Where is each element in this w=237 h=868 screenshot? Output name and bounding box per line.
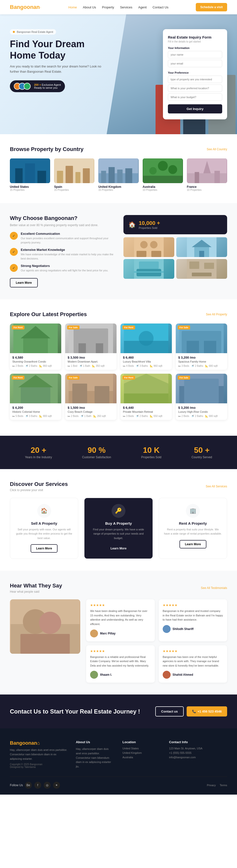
footer-grid: Bangoonan⌂ Hay, ullamcorper diam duis an… <box>10 740 227 769</box>
social-twitter[interactable]: ✶ <box>53 782 60 789</box>
see-all-properties[interactable]: See All Property <box>206 313 227 316</box>
nav-services[interactable]: Services <box>120 5 132 9</box>
property-card-2[interactable]: For Sale $ 3,500 /mo Modern Downtown Apa… <box>65 323 116 370</box>
property-card-4[interactable]: For Sale $ 3,200 /mo Spacious Family Hom… <box>176 323 227 370</box>
hero-agents-cta: 200 + Exclusive Agent Ready to serve you <box>10 80 65 92</box>
service-rent-title: Rent A Property <box>164 521 222 525</box>
hero-title: Find Your Dream Home Today <box>10 38 104 61</box>
budget-input[interactable] <box>168 93 222 101</box>
property-card-3[interactable]: For Rent $ 6,460 Luxury Beachfront Villa… <box>121 323 172 370</box>
phone-button[interactable]: 📞 +1 456 523 4546 <box>187 706 227 716</box>
nav-contact[interactable]: Contact Us <box>153 5 168 9</box>
property-card-5[interactable]: For Rent $ 4,200 Historic Colonial Home … <box>10 374 61 420</box>
type-input[interactable] <box>168 75 222 83</box>
property-price-3: $ 6,460 <box>123 355 169 359</box>
counter-label-satisfaction: Customer Satisfaction <box>82 456 111 459</box>
testimonials-title: Hear What They Say <box>10 583 62 589</box>
property-card-6[interactable]: For Sale $ 1,500 /mo Cozy Beach Cottage … <box>65 374 116 420</box>
logo[interactable]: Bangoonan ⌂ <box>10 4 41 10</box>
footer-about: About Us Hay, ullamcorper diam duis anet… <box>76 740 114 769</box>
footer-copyright: Copyright © 2025 Bangoonan <box>10 763 68 766</box>
nav-agent[interactable]: Agent <box>138 5 147 9</box>
property-card-1[interactable]: For Rent $ 4,580 Stunning Oceanfront Con… <box>10 323 61 370</box>
footer-contact-title: Contact Info <box>169 740 227 744</box>
testimonials-header: Hear What They Say Hear what people said… <box>10 583 227 593</box>
service-rent-btn[interactable]: Learn More <box>179 540 206 549</box>
property-img-8: For Sale <box>176 374 227 403</box>
stars-2: ★★★★★ <box>90 649 150 653</box>
testimonial-cards: ★★★★★ We have been dealing with Bangoona… <box>86 599 227 683</box>
contact-button[interactable]: Contact us <box>155 706 184 716</box>
see-all-testimonials[interactable]: See All Testimonials <box>201 586 227 590</box>
footer-privacy[interactable]: Privacy <box>207 784 216 787</box>
services-header: Discover Our Services Click to preview y… <box>10 481 227 492</box>
footer-logo: Bangoonan⌂ <box>10 740 68 746</box>
service-buy: 🔑 Buy A Property Find your dream propert… <box>84 498 153 559</box>
country-card-us[interactable]: United States 15 Properties <box>10 158 50 191</box>
email-input[interactable] <box>168 60 222 67</box>
phone-number: +1 456 523 4546 <box>198 710 222 713</box>
hero-subtitle: Are you ready to start the search for yo… <box>10 64 104 74</box>
phone-icon: 📞 <box>192 710 196 713</box>
reviewer-name-4: Shahid Ahmed <box>173 673 193 677</box>
social-behance[interactable]: Be <box>25 782 32 789</box>
svg-rect-55 <box>187 341 199 353</box>
svg-rect-24 <box>214 171 220 183</box>
property-price-1: $ 4,580 <box>12 355 59 359</box>
property-info-4: $ 3,200 /mo Spacious Family Home 🛏 3 Bed… <box>176 353 227 370</box>
country-name-spain: Spain <box>54 185 94 189</box>
follow-label: Follow Us <box>10 783 23 787</box>
property-name-6: Cozy Beach Cottage <box>68 410 114 413</box>
properties-header: Explore Our Latest Properties See All Pr… <box>10 311 227 318</box>
social-facebook[interactable]: f <box>34 782 41 789</box>
inquiry-submit[interactable]: Get Inquiry <box>168 104 222 114</box>
reviewer-info-2: Ilhaam I. <box>100 673 112 677</box>
agent-sub: Ready to serve you <box>34 86 58 89</box>
see-all-countries[interactable]: See All Country <box>207 148 227 151</box>
svg-point-26 <box>140 241 148 248</box>
property-meta-8: 🛏 2 Beds 🚿 2 Baths 📐 680 sqft <box>178 415 225 417</box>
location-input[interactable] <box>168 85 222 92</box>
nav-about[interactable]: About Us <box>83 5 96 9</box>
why-left: Why Choose Bangoonan? Better value at ov… <box>10 215 113 287</box>
service-rent: 🏢 Rent A Property Rent a property that s… <box>159 498 227 559</box>
nav-home[interactable]: Home <box>68 5 77 9</box>
service-buy-btn[interactable]: Learn More <box>105 544 132 553</box>
name-input[interactable] <box>168 51 222 58</box>
sell-icon: 🏠 <box>37 504 51 518</box>
svg-rect-74 <box>21 634 70 654</box>
country-card-aus[interactable]: Australia 10 Properties <box>143 158 183 191</box>
see-all-services[interactable]: See All Services <box>206 485 227 488</box>
agent-text: 200 + Exclusive Agent Ready to serve you <box>34 83 61 89</box>
why-feature-2: ✓ Extensive Market Knowledge We have ext… <box>10 248 113 260</box>
service-sell-btn[interactable]: Learn More <box>31 544 58 553</box>
svg-rect-8 <box>83 168 90 183</box>
property-card-7[interactable]: For Rent $ 6,440 Private Mountain Retrea… <box>121 374 172 420</box>
schedule-button[interactable]: Schedule a visit <box>196 3 227 11</box>
svg-rect-69 <box>184 379 219 403</box>
review-text-3: Bangoonan is the greatest and trusted co… <box>163 609 223 622</box>
why-title: Why Choose Bangoonan? <box>10 215 113 221</box>
footer-terms[interactable]: Terms <box>220 784 227 787</box>
property-info-1: $ 4,580 Stunning Oceanfront Condo 🛏 2 Be… <box>10 353 61 370</box>
why-img-interior <box>176 259 227 279</box>
properties-grid-row1: For Rent $ 4,580 Stunning Oceanfront Con… <box>10 323 227 370</box>
why-subtitle: Better value at over 80 % planning prope… <box>10 223 113 227</box>
country-props-spain: 15 Properties <box>54 189 94 191</box>
svg-rect-1 <box>15 168 23 183</box>
browse-section: Browse Property by Country See All Count… <box>0 134 237 203</box>
why-feature-1: ✓ Excellent Communication Our team provi… <box>10 232 113 244</box>
svg-rect-65 <box>124 394 168 403</box>
property-card-8[interactable]: For Sale $ 3,200 /mo Luxury High-Rise Co… <box>176 374 227 420</box>
navbar: Bangoonan ⌂ Home About Us Property Servi… <box>0 0 237 14</box>
social-instagram[interactable]: ◎ <box>44 782 50 789</box>
country-card-france[interactable]: France 10 Properties <box>187 158 227 191</box>
country-card-spain[interactable]: Spain 15 Properties <box>54 158 94 191</box>
nav-property[interactable]: Property <box>102 5 114 9</box>
testimonials-section: Hear What They Say Hear what people said… <box>0 571 237 694</box>
reviewer-avatar-2 <box>90 671 98 679</box>
learn-more-button[interactable]: Learn More <box>10 278 38 287</box>
reviewer-2: Ilhaam I. <box>90 671 150 679</box>
country-card-uk[interactable]: United Kingdom 15 Properties <box>98 158 138 191</box>
location-item-2: United Kingdom <box>123 751 161 754</box>
